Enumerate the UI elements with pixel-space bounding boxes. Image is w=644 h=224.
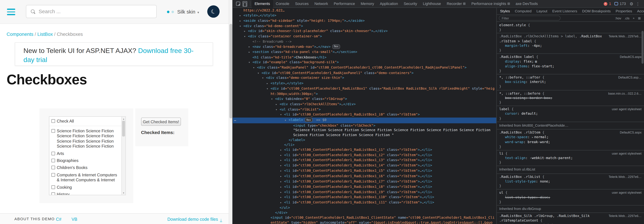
expand-arrow-icon[interactable]: ▸: [280, 148, 284, 153]
dom-tree-node[interactable]: ▸<div class="rlbCheckAllItems">…</div>: [233, 102, 496, 107]
css-declaration[interactable]: border-color: ▸#d9d9d9;: [499, 223, 642, 224]
scroll-down-icon[interactable]: ▼: [122, 192, 126, 194]
stylesheet-source-link[interactable]: DefaultCS.asp…: [618, 75, 642, 80]
stylesheet-source-link[interactable]: Telerik.Web…2297e6…: [608, 34, 642, 39]
more-options-icon[interactable]: ⋮: [636, 1, 640, 6]
css-declaration[interactable]: cursor: default;: [499, 112, 642, 116]
devtools-tab-security[interactable]: Security: [401, 0, 420, 8]
browser-scrollbar[interactable]: [228, 0, 232, 224]
menu-icon[interactable]: [7, 8, 15, 15]
flex-editor-icon[interactable]: ▦: [535, 60, 537, 64]
skin-dot-2-icon[interactable]: [172, 11, 174, 13]
dom-tree-node[interactable]: ▸<nav class="kd-breadcrumb-nav">…</nav>f…: [233, 44, 496, 50]
css-declaration[interactable]: word-wrap: break-word;: [499, 140, 642, 145]
search-input[interactable]: [39, 8, 146, 14]
dom-tree-node[interactable]: ▾<div id="ctl00_ContentPlaceholder1_RadL…: [233, 86, 496, 96]
flex-badge[interactable]: flex: [305, 118, 312, 122]
dom-tree-node[interactable]: ▸<li id="ctl00_ContentPlaceholder1_RadLi…: [233, 153, 496, 158]
tab-csharp[interactable]: C#: [56, 217, 61, 222]
dom-tree-node[interactable]: ▸<div id="skin-chooser-list-placeholder"…: [233, 29, 496, 34]
checkbox-icon[interactable]: [52, 185, 55, 189]
dark-mode-toggle[interactable]: ☾: [207, 5, 220, 18]
download-demo-link[interactable]: Download demo code files↓: [168, 217, 222, 222]
skin-selector[interactable]: Silk skin▾: [177, 9, 199, 15]
css-declaration[interactable]: display: flex;▦: [499, 59, 642, 64]
expand-arrow-icon[interactable]: ▸: [244, 29, 248, 34]
dom-tree-node[interactable]: </ul>: [233, 206, 496, 210]
styles-scrollbar-thumb[interactable]: [642, 31, 644, 64]
dom-tree-node[interactable]: ▾<div class="container container-sm">: [233, 34, 496, 40]
expand-arrow-icon[interactable]: ▾: [248, 60, 252, 65]
styles-tab-layout[interactable]: Layout: [534, 9, 550, 13]
expand-arrow-icon[interactable]: ▾: [280, 113, 284, 118]
dom-tree-node[interactable]: ▸<li id="ctl00_ContentPlaceholder1_RadLi…: [233, 174, 496, 179]
devtools-tab-application[interactable]: Application: [377, 0, 401, 8]
flex-badge[interactable]: flex: [332, 44, 340, 49]
expand-longhand-icon[interactable]: ▸: [532, 136, 534, 139]
dom-tree-node[interactable]: </li>: [233, 142, 496, 148]
expand-arrow-icon[interactable]: ▾: [262, 76, 266, 81]
listbox-item[interactable]: Arts: [49, 150, 121, 157]
browser-scrollbar-thumb[interactable]: [230, 24, 232, 118]
css-declaration[interactable]: text-align: -webkit-match-parent;: [499, 156, 642, 160]
stylesheet-source-link[interactable]: user agent stylesheet: [612, 107, 642, 112]
devtools-tab-console[interactable]: Console: [273, 0, 292, 8]
expand-arrow-icon[interactable]: ▸: [280, 196, 284, 200]
check-all-checkbox-icon[interactable]: [52, 119, 55, 123]
expand-arrow-icon[interactable]: ▸: [280, 164, 284, 168]
dom-tree-node[interactable]: ▸<section class="kd-cta-panel cta-small"…: [233, 50, 496, 55]
dom-tree-node[interactable]: ▸<li id="ctl00_ContentPlaceholder1_RadLi…: [233, 190, 496, 195]
css-declaration[interactable]: box-sizing: border-box;: [499, 96, 642, 100]
expand-arrow-icon[interactable]: ▸: [280, 153, 284, 158]
dom-tree-node[interactable]: ▾<div class="demo-container size-thin">: [233, 76, 496, 81]
dom-tree-node[interactable]: <!-- Breadcrumb -->: [233, 40, 496, 44]
dom-tree-node[interactable]: ▸<aside class="kd-sidebar" style="height…: [233, 18, 496, 24]
settings-gear-icon[interactable]: ⚙: [630, 1, 634, 6]
dom-tree-node[interactable]: ▸<li id="ctl00_ContentPlaceholder1_RadLi…: [233, 179, 496, 184]
dom-tree-node[interactable]: ▾<div tabindex="0" class="rlbGroup">: [233, 96, 496, 102]
devtools-tab-performance-insights[interactable]: Performance insights: [468, 0, 513, 8]
dom-tree-node[interactable]: https://v2022.2.622…: [233, 8, 496, 13]
expand-arrow-icon[interactable]: ▾: [244, 34, 248, 40]
checkbox-icon[interactable]: [52, 166, 55, 170]
error-icon[interactable]: ×: [604, 2, 608, 6]
expand-arrow-icon[interactable]: ▾: [266, 87, 270, 92]
checkbox-icon[interactable]: [52, 152, 55, 155]
expand-arrow-icon[interactable]: ▸: [280, 201, 284, 206]
css-declaration[interactable]: margin-left: -4px;: [499, 44, 642, 48]
dom-tree-node[interactable]: ▾<div id="example" class="background-sil…: [233, 60, 496, 65]
dom-tree-node[interactable]: <input type="checkbox" class="rlbCheck">: [233, 123, 496, 128]
stylesheet-source-link[interactable]: user agent stylesheet: [612, 151, 642, 156]
dom-tree-node[interactable]: "Science Fiction Science Fiction Science…: [233, 128, 496, 138]
expand-arrow-icon[interactable]: ▸: [280, 158, 284, 163]
dom-tree-node[interactable]: ▸<style>…</style>: [233, 81, 496, 86]
breadcrumb-item-components[interactable]: Components: [6, 32, 34, 37]
skin-dot-1-icon[interactable]: [167, 11, 169, 13]
dom-tree-node[interactable]: <input id="ctl00_ContentPlaceholder1_Rad…: [233, 215, 496, 224]
dom-tree-node[interactable]: ▸<li id="ctl00_ContentPlaceholder1_RadLi…: [233, 148, 496, 153]
expand-arrow-icon[interactable]: ▸: [266, 82, 270, 86]
dom-tree-node[interactable]: </div>: [233, 210, 496, 215]
css-declaration[interactable]: white-space: ▸normal;: [499, 135, 642, 140]
devtools-tab-sources[interactable]: Sources: [292, 0, 312, 8]
devtools-tab-axe-devtools[interactable]: axe DevTools: [513, 0, 541, 8]
expand-arrow-icon[interactable]: ▸: [276, 102, 280, 107]
devtools-tab-elements[interactable]: Elements: [252, 0, 273, 8]
dom-tree-node[interactable]: ▾<div class="RadAjaxPanel" id="ctl00_Con…: [233, 65, 496, 70]
expand-arrow-icon[interactable]: ▾: [276, 108, 280, 112]
stylesheet-source-link[interactable]: DefaultCS.aspx: [620, 130, 642, 135]
listbox-item[interactable]: Science Fiction Science Fiction Science …: [49, 128, 121, 150]
styles-tab-event-listeners[interactable]: Event Listeners: [550, 9, 580, 13]
devtools-tab-recorder[interactable]: Recorder: [444, 0, 468, 8]
device-toolbar-icon[interactable]: [243, 1, 247, 6]
styles-tab-styles[interactable]: Styles: [498, 9, 512, 13]
expand-arrow-icon[interactable]: ▸: [280, 180, 284, 184]
listbox-item[interactable]: Computers & Internet Computers & Interne…: [49, 172, 121, 184]
listbox-item[interactable]: Children's Books: [49, 164, 121, 172]
expand-arrow-icon[interactable]: ▾: [253, 66, 257, 70]
dom-tree-node[interactable]: ▸<li id="ctl00_ContentPlaceholder1_RadLi…: [233, 163, 496, 169]
stylesheet-source-link[interactable]: Telerik.Web…2297e6…: [608, 174, 642, 179]
dom-tree-node[interactable]: ▸<li id="ctl00_ContentPlaceholder1_RadLi…: [233, 158, 496, 163]
dom-tree-node[interactable]: <h1 class="kd-title">Checkboxes</h1>: [233, 55, 496, 60]
stylesheet-source-link[interactable]: Telerik.Web…2297e6…: [608, 214, 642, 218]
